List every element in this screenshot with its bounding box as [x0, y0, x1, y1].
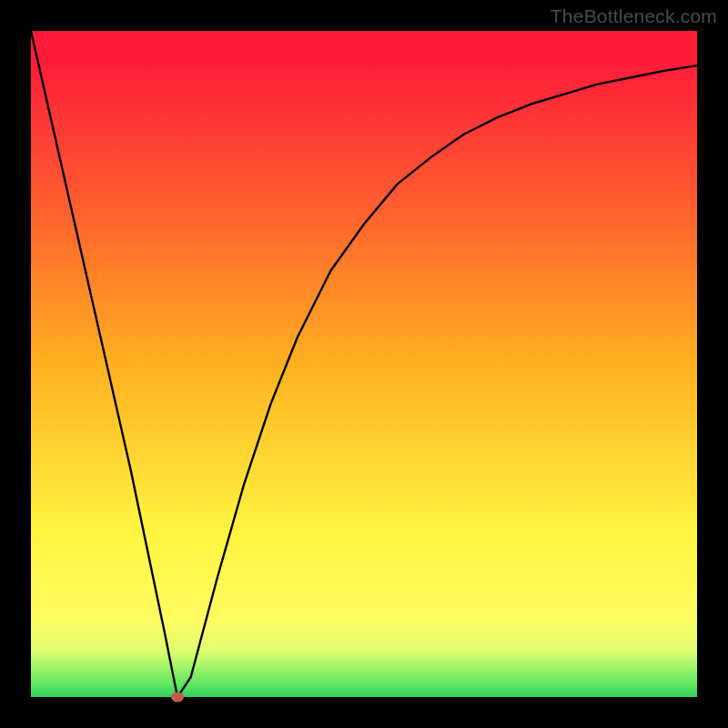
curve-svg [31, 31, 697, 697]
curve-path [31, 31, 697, 697]
min-marker [171, 693, 184, 703]
watermark-text: TheBottleneck.com [551, 5, 717, 27]
chart-frame: TheBottleneck.com [0, 0, 728, 728]
plot-area [31, 31, 697, 697]
